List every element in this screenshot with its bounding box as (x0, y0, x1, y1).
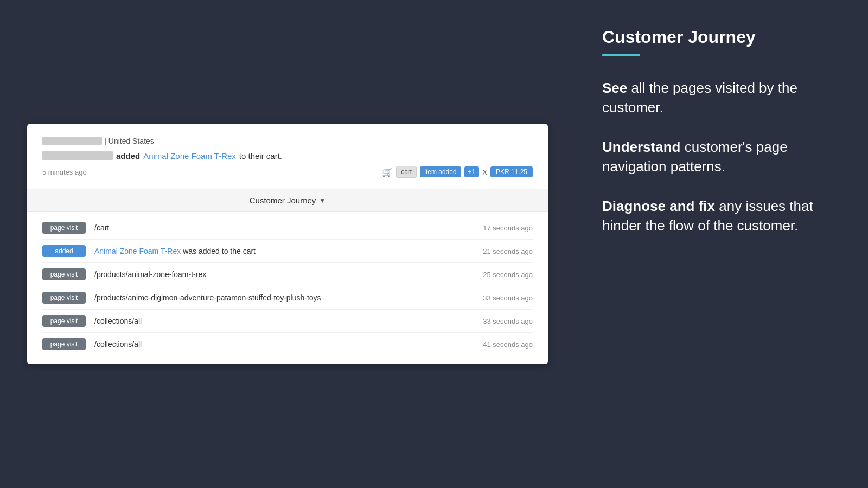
feature-text-see: See all the pages visited by the custome… (602, 78, 841, 118)
badge-page-visit: page visit (42, 315, 86, 327)
badge-item-added: item added (420, 166, 461, 177)
badge-added: added (42, 245, 86, 257)
row-time: 33 seconds ago (468, 317, 533, 325)
feature-text-understand: Understand customer's page navigation pa… (602, 137, 841, 177)
row-path: /cart (94, 223, 459, 232)
badge-page-visit: page visit (42, 268, 86, 280)
row-time: 33 seconds ago (468, 294, 533, 302)
row-path: Animal Zone Foam T-Rex was added to the … (94, 247, 459, 255)
row-time: 25 seconds ago (468, 271, 533, 279)
accent-bar (602, 54, 640, 56)
table-row: added Animal Zone Foam T-Rex was added t… (42, 240, 533, 263)
action-suffix: to their cart. (239, 151, 282, 160)
ip-country-line: 101.10.███ ███ | United States (42, 137, 533, 145)
feature-bold-understand: Understand (602, 139, 680, 155)
activity-line: added Animal Zone Foam T-Rex to their ca… (42, 151, 533, 160)
right-panel: Customer Journey See all the pages visit… (575, 0, 868, 488)
meta-line: 5 minutes ago 🛒 cart item added +1 X PKR… (42, 166, 533, 178)
chevron-down-icon: ▼ (319, 197, 326, 204)
card-header: 101.10.███ ███ | United States added Ani… (27, 124, 548, 189)
action-text: added (116, 151, 140, 160)
row-path: /collections/all (94, 340, 459, 349)
left-panel: 101.10.███ ███ | United States added Ani… (0, 0, 575, 488)
table-row: page visit /products/anime-digimon-adven… (42, 286, 533, 310)
page-title: Customer Journey (602, 27, 841, 47)
row-path: /products/animal-zone-foam-t-rex (94, 270, 459, 279)
badge-page-visit: page visit (42, 222, 86, 234)
row-time: 21 seconds ago (468, 247, 533, 255)
table-row: page visit /collections/all 33 seconds a… (42, 310, 533, 333)
badge-page-visit: page visit (42, 292, 86, 304)
row-time: 17 seconds ago (468, 224, 533, 232)
row-path: /collections/all (94, 317, 459, 325)
row-time: 41 seconds ago (468, 341, 533, 349)
cart-icon: 🛒 (382, 167, 393, 177)
feature-text-diagnose: Diagnose and fix any issues that hinder … (602, 196, 841, 236)
journey-header: Customer Journey ▼ (27, 189, 548, 212)
table-row: page visit /products/animal-zone-foam-t-… (42, 263, 533, 286)
row-path: /products/anime-digimon-adventure-patamo… (94, 293, 459, 302)
badge-x: X (482, 168, 487, 176)
journey-list: page visit /cart 17 seconds ago added An… (27, 212, 548, 364)
user-name-blurred (42, 151, 113, 160)
feature-block-understand: Understand customer's page navigation pa… (602, 137, 841, 177)
product-link[interactable]: Animal Zone Foam T-Rex (143, 151, 236, 160)
feature-block-diagnose: Diagnose and fix any issues that hinder … (602, 196, 841, 236)
journey-toggle-button[interactable]: Customer Journey ▼ (250, 196, 326, 205)
journey-section-label: Customer Journey (250, 196, 316, 205)
feature-block-see: See all the pages visited by the custome… (602, 78, 841, 118)
feature-bold-diagnose: Diagnose and fix (602, 198, 715, 214)
activity-card: 101.10.███ ███ | United States added Ani… (27, 124, 548, 364)
badge-cart: cart (396, 166, 417, 178)
time-ago: 5 minutes ago (42, 168, 87, 176)
badge-price: PKR 11.25 (490, 166, 533, 177)
badge-qty: +1 (464, 166, 480, 177)
badge-page-visit: page visit (42, 338, 86, 350)
country-text: United States (108, 137, 154, 145)
ip-separator: | (104, 137, 106, 145)
feature-rest-see: all the pages visited by the customer. (602, 80, 797, 115)
feature-bold-see: See (602, 80, 627, 96)
badges-container: 🛒 cart item added +1 X PKR 11.25 (382, 166, 533, 178)
table-row: page visit /cart 17 seconds ago (42, 216, 533, 240)
table-row: page visit /collections/all 41 seconds a… (42, 333, 533, 356)
ip-address: 101.10.███ ███ (42, 137, 102, 145)
product-journey-link[interactable]: Animal Zone Foam T-Rex (94, 247, 181, 255)
